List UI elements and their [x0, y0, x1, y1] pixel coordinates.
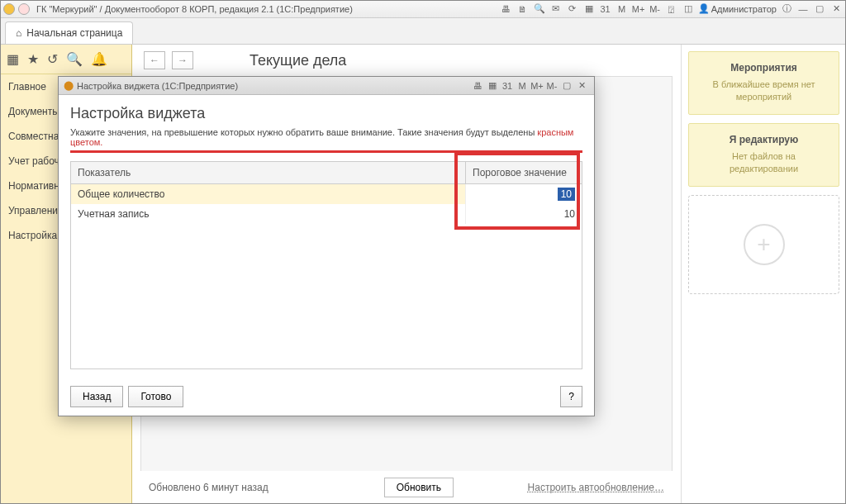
back-button[interactable]: Назад — [70, 386, 123, 407]
widget-add-button[interactable]: + — [688, 195, 839, 294]
widget-events-title: Мероприятия — [699, 62, 829, 74]
tab-start-label: Начальная страница — [26, 27, 122, 39]
home-icon: ⌂ — [16, 27, 21, 39]
m-icon[interactable]: M — [615, 2, 629, 16]
nav-back-icon[interactable] — [18, 3, 30, 15]
dialog-cal31-icon[interactable]: 31 — [500, 81, 515, 91]
calendar-icon[interactable]: ▦ — [582, 2, 596, 16]
dialog-hint: Укажите значения, на превышение которых … — [70, 127, 582, 153]
app-title: ГК "Меркурий" / Документооборот 8 КОРП, … — [36, 4, 353, 14]
print-icon[interactable]: 🖶 — [500, 2, 513, 16]
dialog-heading: Настройка виджета — [70, 105, 582, 122]
nav-icon[interactable]: ◫ — [682, 2, 695, 16]
sidebar-item-label: Совместна — [8, 131, 59, 142]
footer: Обновлено 6 минут назад Обновить Настрои… — [140, 471, 673, 504]
widget-editing-title: Я редактирую — [699, 134, 829, 145]
widget-settings-dialog: ⬤ Настройка виджета (1С:Предприятие) 🖶 ▦… — [58, 76, 595, 416]
sidebar-item-label: Учет рабоч — [8, 155, 59, 167]
cal31-icon[interactable]: 31 — [599, 2, 612, 16]
col-indicator: Показатель — [71, 162, 466, 183]
mplus-icon[interactable]: M+ — [632, 2, 645, 16]
tabstrip: ⌂ Начальная страница — [0, 18, 846, 45]
updated-label: Обновлено 6 минут назад — [149, 482, 269, 493]
dialog-print-icon[interactable]: 🖶 — [470, 81, 485, 91]
widget-editing-sub: Нет файлов на редактировании — [699, 150, 829, 176]
col-threshold: Пороговое значение — [466, 162, 582, 183]
dialog-title: Настройка виджета (1С:Предприятие) — [77, 81, 238, 91]
refresh-button[interactable]: Обновить — [384, 478, 454, 497]
user-label[interactable]: 👤 Администратор — [698, 3, 777, 14]
cell-indicator: Учетная запись — [71, 204, 466, 224]
finish-button[interactable]: Готово — [128, 386, 183, 407]
sidebar-item-label: Управлени — [8, 205, 58, 216]
table-row[interactable]: Общее количество 10 — [71, 184, 582, 204]
dialog-m-icon[interactable]: M — [515, 81, 530, 91]
dialog-mminus-icon[interactable]: M- — [544, 81, 559, 91]
app-icon-1c-small: ⬤ — [64, 80, 74, 91]
dialog-close-icon[interactable]: ✕ — [574, 80, 589, 91]
cell-threshold[interactable]: 10 — [466, 184, 582, 204]
minimize-icon[interactable]: — — [796, 2, 810, 16]
search-side-icon[interactable]: 🔍 — [66, 51, 83, 67]
dialog-cal-icon[interactable]: ▦ — [485, 80, 500, 91]
widget-events[interactable]: Мероприятия В ближайшее время нет меропр… — [688, 51, 839, 115]
widget-editing[interactable]: Я редактирую Нет файлов на редактировани… — [688, 123, 839, 187]
preview-icon[interactable]: 🗎 — [516, 2, 530, 16]
mminus-icon[interactable]: M- — [649, 2, 662, 16]
autoupdate-link[interactable]: Настроить автообновление… — [528, 482, 664, 493]
sidebar-item-label: Документы — [8, 106, 59, 117]
help-tb-icon[interactable]: ⍰ — [665, 2, 678, 16]
table-row[interactable]: Учетная запись 10 — [71, 204, 582, 224]
close-icon[interactable]: ✕ — [829, 2, 843, 16]
widget-events-sub: В ближайшее время нет мероприятий — [699, 78, 829, 104]
dialog-mplus-icon[interactable]: M+ — [530, 81, 544, 91]
app-titlebar: ГК "Меркурий" / Документооборот 8 КОРП, … — [0, 0, 846, 18]
bell-icon[interactable]: 🔔 — [91, 51, 107, 67]
dialog-hint-text: Укажите значения, на превышение которых … — [70, 127, 537, 137]
history-icon[interactable]: ↺ — [47, 51, 58, 67]
nav-prev-button[interactable]: ← — [144, 51, 165, 69]
app-icon-1c — [3, 3, 15, 15]
dialog-restore-icon[interactable]: ▢ — [559, 80, 574, 91]
nav-next-button[interactable]: → — [172, 51, 193, 69]
apps-icon[interactable]: ▦ — [7, 51, 19, 67]
favorite-icon[interactable]: ★ — [27, 51, 39, 67]
send-icon[interactable]: ✉ — [549, 2, 563, 16]
user-name: Администратор — [711, 4, 777, 14]
plus-icon: + — [744, 224, 785, 265]
search-icon[interactable]: 🔍 — [533, 2, 546, 16]
page-title: Текущие дела — [250, 52, 346, 69]
info-icon[interactable]: ⓘ — [780, 2, 793, 16]
tab-start-page[interactable]: ⌂ Начальная страница — [5, 21, 133, 44]
threshold-grid[interactable]: Показатель Пороговое значение Общее коли… — [70, 161, 582, 369]
threshold-value-selected[interactable]: 10 — [558, 188, 575, 201]
maximize-icon[interactable]: ▢ — [813, 2, 826, 16]
refresh-icon[interactable]: ⟳ — [566, 2, 579, 16]
help-button[interactable]: ? — [560, 386, 582, 407]
cell-indicator: Общее количество — [71, 184, 466, 204]
cell-threshold[interactable]: 10 — [466, 204, 582, 224]
right-panel: Мероприятия В ближайшее время нет меропр… — [681, 45, 846, 504]
dialog-titlebar[interactable]: ⬤ Настройка виджета (1С:Предприятие) 🖶 ▦… — [59, 77, 594, 95]
sidebar-item-label: Главное — [8, 81, 46, 93]
